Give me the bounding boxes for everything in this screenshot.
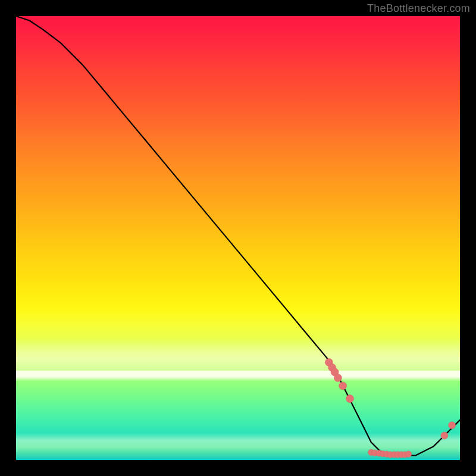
plot-area	[16, 16, 460, 460]
data-point	[339, 382, 347, 390]
chart-frame: TheBottlenecker.com	[0, 0, 476, 476]
data-point	[334, 374, 342, 382]
data-point	[449, 422, 456, 429]
bottleneck-curve	[16, 16, 460, 456]
data-point	[405, 451, 411, 457]
data-markers	[325, 358, 455, 458]
chart-svg	[16, 16, 460, 460]
data-point	[346, 395, 354, 403]
watermark-link[interactable]: TheBottlenecker.com	[367, 2, 470, 15]
data-point	[441, 432, 448, 439]
